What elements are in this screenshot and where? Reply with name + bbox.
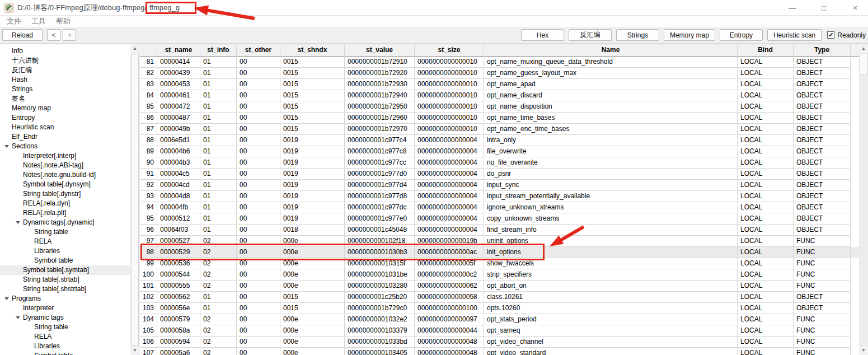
sidebar-item-string-table[interactable]: String table <box>0 227 130 237</box>
table-row-97[interactable]: 97000005270200000e0000000000102f18000000… <box>140 236 859 247</box>
readonly-checkbox[interactable]: ✓ <box>827 31 834 39</box>
cell-st-name: 00000579 <box>157 314 200 325</box>
expander-icon[interactable] <box>4 145 9 148</box>
table-row-99[interactable]: 99000005360200000e000000000010315f000000… <box>140 258 859 269</box>
scroll-down-icon[interactable]: ▼ <box>130 346 139 355</box>
table-row-88[interactable]: 880006e5d1010000190000000001c977c4000000… <box>140 135 859 146</box>
scroll-down-icon[interactable]: ▼ <box>859 346 868 355</box>
sidebar-item-interpreter[interactable]: Interpreter <box>0 303 130 313</box>
table-row-86[interactable]: 8600000487010000150000000001b72960000000… <box>140 113 859 124</box>
sidebar-item-string-table[interactable]: String table <box>0 323 130 332</box>
table-row-95[interactable]: 9500000512010000190000000001c977e0000000… <box>140 213 859 225</box>
sidebar-item-notes-note-gnu-build-id[interactable]: Notes[.note.gnu.build-id] <box>0 170 130 180</box>
expander-icon[interactable] <box>4 297 9 300</box>
strings-button[interactable]: Strings <box>616 29 659 41</box>
table-row-106[interactable]: 106000005940200000e00000000001033bd00000… <box>140 337 859 348</box>
sidebar-item-rela[interactable]: RELA <box>0 237 130 246</box>
cell-bind: LOCAL <box>738 202 794 213</box>
cell-st-info: 01 <box>200 135 237 146</box>
sidebar-scrollbar[interactable]: ▲ ▼ <box>130 44 139 355</box>
item-1-button[interactable]: 反汇编 <box>569 29 612 41</box>
entropy-button[interactable]: Entropy <box>720 29 763 41</box>
cell-st-info: 02 <box>200 247 237 258</box>
sidebar-item-programs[interactable]: Programs <box>0 294 130 303</box>
sidebar-item-interpreter-interp[interactable]: Interpreter[.interp] <box>0 151 130 161</box>
menu-item-item-0[interactable]: 文件 <box>6 16 22 26</box>
expander-icon[interactable] <box>16 316 20 319</box>
sidebar-item-symbol-table[interactable]: Symbol table <box>0 256 130 265</box>
table-scrollbar[interactable]: ▲ ▼ <box>859 44 868 355</box>
expander-icon[interactable] <box>16 221 20 224</box>
sidebar-item-symbol-table-symtab[interactable]: Symbol table[.symtab] <box>0 265 130 275</box>
table-scrollbar-thumb[interactable] <box>860 54 867 75</box>
cell-type: OBJECT <box>794 101 851 113</box>
sidebar-item-info[interactable]: Info <box>0 46 130 56</box>
sidebar-item-item-1[interactable]: 十六进制 <box>0 56 130 66</box>
table-row-84[interactable]: 8400000461010000150000000001b72940000000… <box>140 90 859 101</box>
table-row-104[interactable]: 104000005790200000e00000000001032e200000… <box>140 314 859 325</box>
sidebar-scrollbar-thumb[interactable] <box>131 54 139 345</box>
memory-map-button[interactable]: Memory map <box>664 29 715 41</box>
col-header-st-info: st_info <box>200 44 237 57</box>
table-row-90[interactable]: 90000004b3010000190000000001c977cc000000… <box>140 157 859 169</box>
sidebar-item-rela[interactable]: RELA <box>0 332 130 342</box>
sidebar-item-item-2[interactable]: 反汇编 <box>0 66 130 75</box>
table-row-96[interactable]: 9600064f03010000180000000001c45048000000… <box>140 225 859 236</box>
table-row-83[interactable]: 8300000453010000150000000001b72930000000… <box>140 79 859 90</box>
sidebar-item-memory-map[interactable]: Memory map <box>0 104 130 113</box>
sidebar-item-symbol-table[interactable]: Symbol table <box>0 351 130 355</box>
back-button[interactable]: < <box>47 29 60 41</box>
table-row-87[interactable]: 870000049b010000150000000001b72970000000… <box>140 124 859 135</box>
hex-button[interactable]: Hex <box>521 29 564 41</box>
maximize-icon[interactable]: □ <box>817 4 831 12</box>
sidebar-item-entropy[interactable]: Entropy <box>0 113 130 123</box>
minimize-icon[interactable]: — <box>785 3 800 12</box>
menu-item-item-2[interactable]: 帮助 <box>55 16 72 26</box>
sidebar-item-symbol-table-dynsym[interactable]: Symbol table[.dynsym] <box>0 180 130 189</box>
table-row-85[interactable]: 8500000472010000150000000001b72950000000… <box>140 101 859 113</box>
sidebar-item-strings[interactable]: Strings <box>0 85 130 94</box>
scroll-up-icon[interactable]: ▲ <box>859 44 868 53</box>
table-row-81[interactable]: 8100000414010000150000000001b72910000000… <box>140 57 859 68</box>
table-row-105[interactable]: 1050000058a0200000e000000000010337900000… <box>140 325 859 337</box>
table-row-107[interactable]: 107000005a60200000e000000000010340500000… <box>140 348 859 355</box>
table-row-92[interactable]: 92000004cd010000190000000001c977d4000000… <box>140 180 859 191</box>
table-row-100[interactable]: 100000005440200000e00000000001031be00000… <box>140 269 859 281</box>
sidebar-item-rela-rela-dyn[interactable]: RELA[.rela.dyn] <box>0 199 130 208</box>
table-row-94[interactable]: 94000004fb010000190000000001c977dc000000… <box>140 202 859 213</box>
table-row-93[interactable]: 93000004d8010000190000000001c977d8000000… <box>140 191 859 202</box>
reload-button[interactable]: Reload <box>2 29 43 41</box>
sidebar-item-label: String table[.strtab] <box>23 275 79 284</box>
menu-item-item-1[interactable]: 工具 <box>30 16 47 26</box>
sidebar-item-sections[interactable]: Sections <box>0 142 130 151</box>
sidebar-item-rela-rela-plt[interactable]: RELA[.rela.plt] <box>0 208 130 218</box>
sidebar-item-elf-ehdr[interactable]: Elf_Ehdr <box>0 132 130 142</box>
sidebar-item-libraries[interactable]: Libraries <box>0 246 130 256</box>
cell-type: OBJECT <box>794 113 851 124</box>
sidebar-item-string-table-dynstr[interactable]: String table[.dynstr] <box>0 189 130 199</box>
cell-st-other: 00 <box>237 124 280 135</box>
table-row-101[interactable]: 101000005550200000e000000000010328000000… <box>140 281 859 292</box>
cell-name: uninit_options <box>484 236 738 247</box>
sidebar-item-item-5[interactable]: 签名 <box>0 94 130 104</box>
sidebar-item-dynamic-tags[interactable]: Dynamic tags <box>0 313 130 323</box>
sidebar-item-hash[interactable]: Hash <box>0 75 130 85</box>
table-row-102[interactable]: 10200000562010000150000000001c25b2000000… <box>140 292 859 303</box>
table-row-89[interactable]: 89000004b6010000190000000001c977c8000000… <box>140 146 859 157</box>
sidebar-item-libraries[interactable]: Libraries <box>0 342 130 351</box>
table-row-91[interactable]: 91000004c5010000190000000001c977d0000000… <box>140 169 859 180</box>
forward-button[interactable]: > <box>63 29 76 41</box>
table-row-82[interactable]: 8200000439010000150000000001b72920000000… <box>140 68 859 79</box>
sidebar-item-heuristic-scan[interactable]: Heuristic scan <box>0 123 130 132</box>
heuristic-scan-button[interactable]: Heuristic scan <box>767 29 822 41</box>
table-row-98[interactable]: 98000005290200000e00000000001030b3000000… <box>140 247 859 258</box>
close-icon[interactable]: × <box>848 3 862 12</box>
cell-index: 89 <box>140 146 157 157</box>
table-row-103[interactable]: 1030000056e010000150000000001b729c000000… <box>140 303 859 314</box>
sidebar-item-string-table-strtab[interactable]: String table[.strtab] <box>0 275 130 284</box>
cell-st-shndx: 0019 <box>280 213 345 225</box>
sidebar-item-dynamic-tags-dynamic[interactable]: Dynamic tags[.dynamic] <box>0 218 130 227</box>
sidebar-item-string-table-shstrtab[interactable]: String table[.shstrtab] <box>0 284 130 294</box>
scroll-up-icon[interactable]: ▲ <box>130 44 139 53</box>
sidebar-item-notes-note-abi-tag[interactable]: Notes[.note.ABI-tag] <box>0 161 130 170</box>
